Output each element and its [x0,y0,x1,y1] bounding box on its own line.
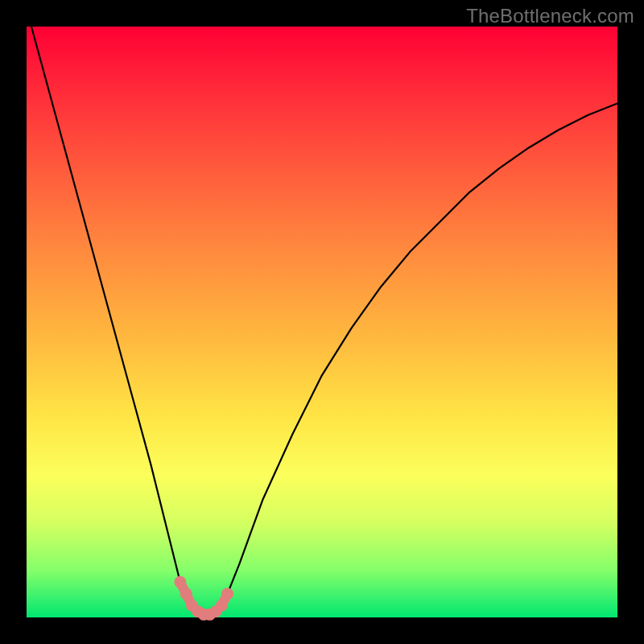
bottleneck-curve [27,9,617,614]
plot-area [27,27,617,617]
marker-dot [216,600,228,612]
bottleneck-curve-svg [27,27,617,617]
marker-dot [180,588,192,600]
watermark-text: TheBottleneck.com [466,5,634,27]
chart-frame: TheBottleneck.com [0,0,644,644]
marker-dot [221,588,233,600]
optimal-range-markers [174,576,233,620]
marker-dot [174,576,186,588]
